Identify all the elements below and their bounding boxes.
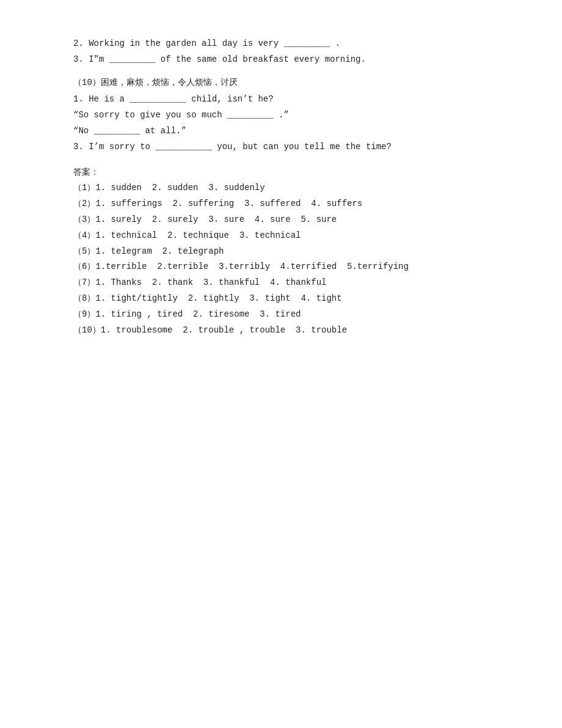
section10-header: （10）困难，麻烦，烦恼，令人烦恼，讨厌 <box>73 76 489 90</box>
question-top-line1: 2. Working in the garden all day is very… <box>73 37 489 51</box>
answers-section: 答案： （1）1. sudden 2. sudden 3. suddenly （… <box>73 166 489 338</box>
answer-item-9: （9）1. tiring , tired 2. tiresome 3. tire… <box>73 307 489 322</box>
section10-line4: 3. I’m sorry to ___________ you, but can… <box>73 140 489 155</box>
answer-item-8: （8）1. tight/tightly 2. tightly 3. tight … <box>73 292 489 306</box>
main-content: 2. Working in the garden all day is very… <box>73 37 489 337</box>
answers-header: 答案： <box>73 166 489 180</box>
section10-line3: “No _________ at all.” <box>73 124 489 139</box>
answer-item-10: （10）1. troublesome 2. trouble , trouble … <box>73 323 489 338</box>
answer-item-1: （1）1. sudden 2. sudden 3. suddenly <box>73 181 489 196</box>
questions-top-section: 2. Working in the garden all day is very… <box>73 37 489 67</box>
answer-item-7: （7）1. Thanks 2. thank 3. thankful 4. tha… <box>73 276 489 290</box>
answer-item-4: （4）1. technical 2. technique 3. technica… <box>73 229 489 243</box>
answer-item-6: （6）1.terrible 2.terrible 3.terribly 4.te… <box>73 260 489 274</box>
answer-item-2: （2）1. sufferings 2. suffering 3. suffere… <box>73 197 489 211</box>
answer-item-3: （3）1. surely 2. surely 3. sure 4. sure 5… <box>73 213 489 227</box>
question-top-line2: 3. I″m _________ of the same old breakfa… <box>73 53 489 67</box>
answer-item-5: （5）1. telegram 2. telegraph <box>73 245 489 259</box>
section10-line2: “So sorry to give you so much _________ … <box>73 108 489 123</box>
section10-line1: 1. He is a ___________ child, isn’t he? <box>73 92 489 107</box>
section10-block: （10）困难，麻烦，烦恼，令人烦恼，讨厌 1. He is a ________… <box>73 76 489 155</box>
